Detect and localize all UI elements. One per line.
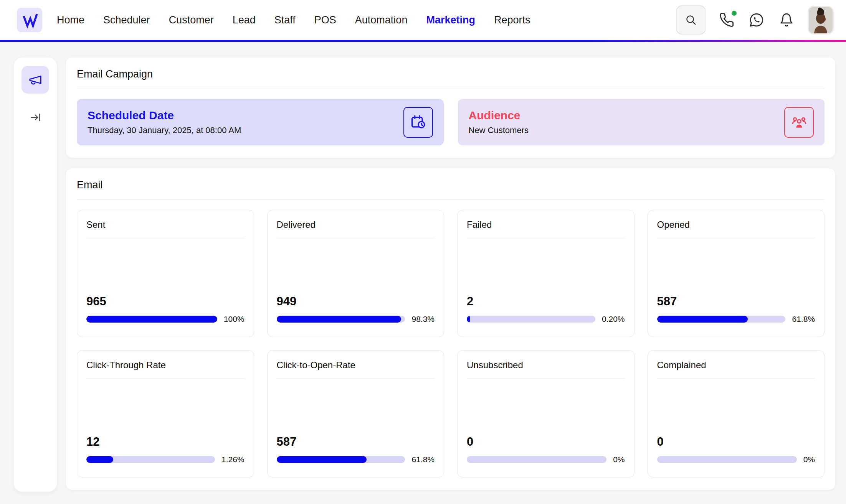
progress-row: 100% <box>86 315 245 324</box>
progress-percent: 0% <box>613 455 625 464</box>
stat-title: Delivered <box>277 219 435 230</box>
stat-title: Click-Through Rate <box>86 360 245 371</box>
stat-value: 965 <box>86 295 245 308</box>
scheduled-date-title: Scheduled Date <box>88 109 241 122</box>
divider <box>77 89 825 89</box>
audience-texts: Audience New Customers <box>469 109 529 135</box>
email-stats-panel: Email Sent 965 100% Delivered 949 <box>66 168 835 490</box>
stat-card-click-to-open-rate: Click-to-Open-Rate 587 61.8% <box>267 350 444 478</box>
stat-title: Opened <box>657 219 815 230</box>
stat-value: 0 <box>657 435 815 449</box>
progress-track <box>657 456 797 463</box>
progress-percent: 0% <box>803 455 815 464</box>
main-menu: Home Scheduler Customer Lead Staff POS A… <box>57 14 530 26</box>
stat-card-delivered: Delivered 949 98.3% <box>267 210 444 337</box>
email-stats-title: Email <box>77 179 825 191</box>
progress-percent: 0.20% <box>602 315 625 324</box>
stat-card-complained: Complained 0 0% <box>648 350 825 478</box>
online-status-dot <box>732 11 737 16</box>
progress-track <box>467 456 606 463</box>
progress-track <box>277 456 405 463</box>
avatar-photo <box>809 7 833 33</box>
calendar-clock-icon <box>410 114 426 131</box>
audience-icon-button[interactable] <box>784 107 814 138</box>
progress-fill <box>277 316 402 323</box>
progress-percent: 1.26% <box>221 455 245 464</box>
progress-fill <box>277 456 367 463</box>
stat-value: 587 <box>657 295 815 308</box>
whatsapp-button[interactable] <box>748 11 765 29</box>
progress-percent: 98.3% <box>411 315 435 324</box>
nav-item-scheduler[interactable]: Scheduler <box>103 14 150 26</box>
sidebar-item-campaigns[interactable] <box>21 66 49 94</box>
nav-item-marketing[interactable]: Marketing <box>426 14 475 26</box>
logo-w-icon <box>21 11 38 29</box>
progress-row: 98.3% <box>277 315 435 324</box>
progress-track <box>657 316 786 323</box>
notifications-button[interactable] <box>778 11 795 29</box>
stat-title: Failed <box>467 219 625 230</box>
nav-actions <box>676 5 834 35</box>
audience-value: New Customers <box>469 125 529 135</box>
progress-fill <box>86 316 217 323</box>
stat-value: 12 <box>86 435 245 449</box>
search-button[interactable] <box>676 5 706 35</box>
scheduled-date-card[interactable]: Scheduled Date Thursday, 30 January, 202… <box>77 99 444 145</box>
whatsapp-icon <box>749 12 764 28</box>
progress-fill <box>657 316 748 323</box>
stat-value: 949 <box>277 295 435 308</box>
sidebar-expand-button[interactable] <box>28 110 43 125</box>
audience-card[interactable]: Audience New Customers <box>458 99 825 145</box>
email-campaign-title: Email Campaign <box>77 68 825 80</box>
stat-value: 587 <box>277 435 435 449</box>
email-stats-grid: Sent 965 100% Delivered 949 <box>77 210 825 478</box>
progress-fill <box>467 316 470 323</box>
stat-title: Click-to-Open-Rate <box>277 360 435 371</box>
users-group-icon <box>791 114 808 131</box>
progress-track <box>86 316 217 323</box>
nav-item-customer[interactable]: Customer <box>169 14 214 26</box>
scheduled-date-value: Thursday, 30 January, 2025, at 08:00 AM <box>88 125 241 135</box>
progress-percent: 100% <box>224 315 245 324</box>
progress-row: 0% <box>657 455 815 464</box>
sidebar <box>14 58 57 492</box>
progress-fill <box>86 456 113 463</box>
scheduled-date-texts: Scheduled Date Thursday, 30 January, 202… <box>88 109 241 135</box>
progress-percent: 61.8% <box>792 315 815 324</box>
nav-item-lead[interactable]: Lead <box>233 14 256 26</box>
top-navigation: Home Scheduler Customer Lead Staff POS A… <box>0 0 846 40</box>
progress-track <box>277 316 405 323</box>
divider <box>77 199 825 200</box>
progress-percent: 61.8% <box>411 455 435 464</box>
arrow-right-to-line-icon <box>30 112 41 123</box>
progress-row: 0.20% <box>467 315 625 324</box>
stat-value: 0 <box>467 435 625 449</box>
stat-title: Sent <box>86 219 245 230</box>
search-icon <box>685 14 697 26</box>
stat-card-failed: Failed 2 0.20% <box>457 210 634 337</box>
progress-row: 61.8% <box>657 315 815 324</box>
nav-item-home[interactable]: Home <box>57 14 84 26</box>
campaign-cards-row: Scheduled Date Thursday, 30 January, 202… <box>77 99 825 145</box>
stat-card-click-through-rate: Click-Through Rate 12 1.26% <box>77 350 254 478</box>
nav-item-reports[interactable]: Reports <box>494 14 530 26</box>
user-avatar[interactable] <box>808 6 834 35</box>
progress-row: 61.8% <box>277 455 435 464</box>
scheduled-date-icon-button[interactable] <box>403 107 433 138</box>
audience-title: Audience <box>469 109 529 122</box>
app-logo[interactable] <box>17 8 42 32</box>
progress-row: 0% <box>467 455 625 464</box>
stat-card-unsubscribed: Unsubscribed 0 0% <box>457 350 634 478</box>
stat-card-opened: Opened 587 61.8% <box>648 210 825 337</box>
megaphone-icon <box>28 72 43 87</box>
stat-card-sent: Sent 965 100% <box>77 210 254 337</box>
bell-icon <box>779 13 794 27</box>
stat-title: Complained <box>657 360 815 371</box>
stat-title: Unsubscribed <box>467 360 625 371</box>
nav-item-pos[interactable]: POS <box>314 14 336 26</box>
progress-track <box>86 456 215 463</box>
phone-button[interactable] <box>718 11 735 29</box>
nav-item-automation[interactable]: Automation <box>355 14 408 26</box>
progress-track <box>467 316 595 323</box>
nav-item-staff[interactable]: Staff <box>274 14 296 26</box>
